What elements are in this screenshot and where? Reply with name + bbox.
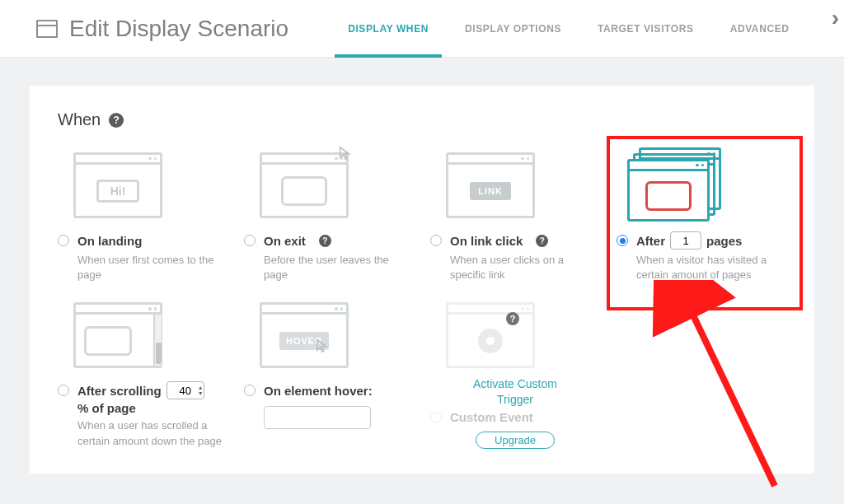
- pages-input[interactable]: [670, 231, 701, 250]
- option-title: On exit ?: [264, 234, 331, 248]
- option-title: After scrolling ▲▼: [77, 381, 207, 399]
- header: Edit Display Scenario DISPLAY WHEN DISPL…: [0, 0, 844, 58]
- after-pages-diagram: [623, 149, 730, 222]
- landing-diagram: Hi!: [64, 149, 171, 222]
- tab-advanced[interactable]: ADVANCED: [712, 0, 808, 57]
- help-icon[interactable]: ?: [109, 113, 124, 128]
- panel: When ? Hi! On landing When user first co…: [30, 86, 814, 474]
- radio-after-scrolling[interactable]: [58, 385, 69, 396]
- option-on-landing[interactable]: Hi! On landing When user first comes to …: [58, 149, 227, 282]
- help-icon[interactable]: ?: [319, 235, 331, 247]
- cursor-icon: [315, 338, 330, 353]
- option-desc: When a user clicks on a specific link: [430, 253, 600, 282]
- option-after-pages[interactable]: After pages When a visitor has visited a…: [617, 149, 786, 282]
- option-on-exit[interactable]: On exit ? Before the user leaves the pag…: [244, 149, 414, 282]
- radio-on-landing[interactable]: [58, 235, 69, 246]
- option-desc: Before the user leaves the page: [244, 253, 414, 282]
- link-badge: LINK: [470, 182, 511, 200]
- custom-diagram: ?: [437, 299, 544, 371]
- option-on-link-click[interactable]: LINK On link click ? When a user clicks …: [430, 149, 600, 282]
- radio-on-hover[interactable]: [244, 385, 256, 396]
- option-title-line2: % of page: [58, 401, 227, 415]
- option-title: Custom Event: [450, 410, 533, 424]
- options-grid: Hi! On landing When user first comes to …: [58, 149, 786, 449]
- window-icon: [36, 20, 58, 38]
- option-title: On link click ?: [450, 234, 548, 248]
- radio-on-exit[interactable]: [244, 235, 256, 246]
- scroll-diagram: [64, 299, 171, 371]
- option-desc: When user first comes to the page: [58, 253, 227, 282]
- gear-icon: [478, 329, 503, 353]
- upgrade-button[interactable]: Upgrade: [476, 432, 555, 449]
- tab-display-when[interactable]: DISPLAY WHEN: [330, 0, 447, 57]
- help-icon[interactable]: ?: [536, 235, 548, 247]
- tab-target-visitors[interactable]: TARGET VISITORS: [579, 0, 712, 57]
- tabs: DISPLAY WHEN DISPLAY OPTIONS TARGET VISI…: [330, 0, 807, 57]
- chevron-right-icon[interactable]: ›: [832, 5, 839, 31]
- option-title: On landing: [77, 234, 142, 248]
- option-custom-event[interactable]: ? Activate Custom Trigger Custom Event U…: [430, 299, 600, 448]
- stepper-icon[interactable]: ▲▼: [198, 385, 204, 396]
- page-title: Edit Display Scenario: [69, 16, 288, 42]
- activate-custom-trigger-link[interactable]: Activate Custom Trigger: [430, 376, 600, 406]
- option-after-scrolling[interactable]: After scrolling ▲▼ % of page When a user…: [58, 299, 227, 448]
- tab-display-options[interactable]: DISPLAY OPTIONS: [447, 0, 579, 57]
- section-title: When ?: [58, 110, 786, 129]
- exit-diagram: [251, 149, 358, 222]
- hi-badge: Hi!: [96, 180, 140, 203]
- radio-on-link-click[interactable]: [430, 235, 442, 246]
- option-title: On element hover:: [264, 384, 373, 398]
- link-diagram: LINK: [437, 149, 544, 222]
- hover-diagram: HOVER: [251, 299, 358, 371]
- option-desc: When a visitor has visited a certain amo…: [617, 253, 786, 282]
- hover-selector-input[interactable]: [264, 406, 371, 429]
- radio-after-pages[interactable]: [617, 235, 628, 246]
- option-desc: When a user has scrolled a certain amoun…: [58, 418, 227, 448]
- radio-custom-event[interactable]: [430, 412, 442, 423]
- section-title-text: When: [58, 110, 101, 129]
- empty-cell: [617, 299, 786, 448]
- option-on-hover[interactable]: HOVER On element hover:: [244, 299, 414, 448]
- cursor-icon: [338, 146, 353, 161]
- option-title: After pages: [636, 231, 742, 250]
